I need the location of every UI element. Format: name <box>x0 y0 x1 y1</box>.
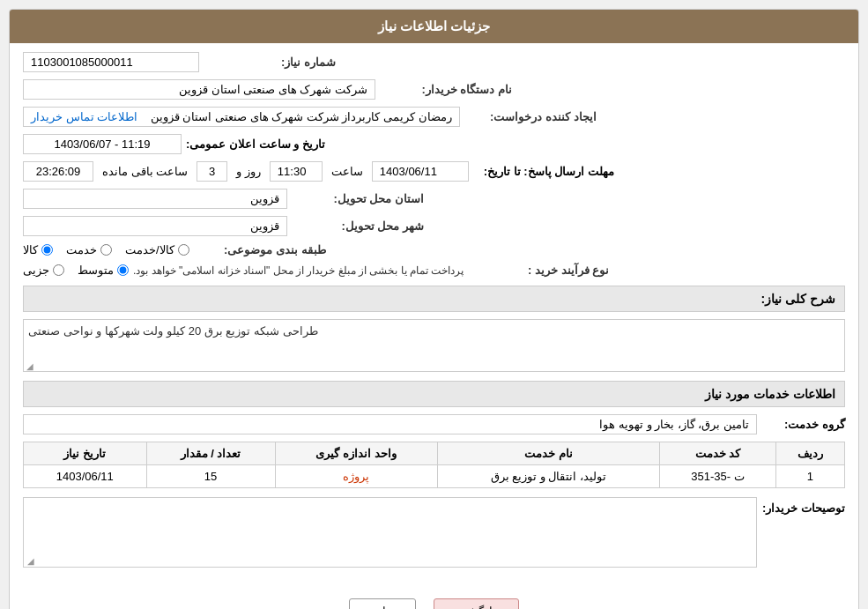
remaining-time: 23:26:09 <box>23 161 93 182</box>
delivery-city-row: شهر محل تحویل: قزوین <box>23 216 845 236</box>
table-header-row: ردیف کد خدمت نام خدمت واحد اندازه گیری ت… <box>24 442 845 465</box>
buyer-notes-label: توصیحات خریدار: <box>757 497 845 515</box>
delivery-province-label: استان محل تحویل: <box>287 192 428 205</box>
general-desc-text: طراحی شبکه توزیع برق 20 کیلو ولت شهرکها … <box>28 324 318 338</box>
days-value: 3 <box>197 161 227 182</box>
delivery-province-row: استان محل تحویل: قزوین <box>23 189 845 209</box>
general-desc-box: طراحی شبکه توزیع برق 20 کیلو ولت شهرکها … <box>23 319 845 372</box>
col-date: تاریخ نیاز <box>24 442 147 465</box>
purchase-type-jozi: جزیی <box>23 264 64 277</box>
need-number-value: 1103001085000011 <box>23 52 199 72</box>
purchase-type-note: پرداخت تمام یا بخشی از مبلغ خریدار از مح… <box>133 264 464 277</box>
category-label: طبقه بندی موضوعی: <box>189 243 330 256</box>
days-label: روز و <box>232 165 265 178</box>
announce-date-value: 1403/06/07 - 11:19 <box>23 134 182 154</box>
category-label-kala[interactable]: کالا <box>23 243 38 256</box>
purchase-label-jozi[interactable]: جزیی <box>23 264 49 277</box>
cell-unit: پروژه <box>275 465 437 488</box>
purchase-radio-mutawaset[interactable] <box>117 264 129 276</box>
category-option-kala: کالا <box>23 243 53 256</box>
contact-link[interactable]: اطلاعات تماس خریدار <box>31 110 137 123</box>
general-desc-section-header: شرح کلی نیاز: <box>23 286 845 312</box>
deadline-time-label: ساعت <box>327 165 367 178</box>
service-group-row: گروه خدمت: تامین برق، گاز، بخار و تهویه … <box>23 414 845 434</box>
cell-date: 1403/06/11 <box>24 465 147 488</box>
cell-quantity: 15 <box>146 465 275 488</box>
category-label-khadmat[interactable]: خدمت <box>66 243 97 256</box>
purchase-type-label: نوع فرآیند خرید : <box>472 264 613 277</box>
creator-row: ایجاد کننده درخواست: رمضان کریمی کاربردا… <box>23 107 845 127</box>
category-option-khadmat-kala: کالا/خدمت <box>125 243 189 256</box>
cell-name: تولید، انتقال و توزیع برق <box>437 465 659 488</box>
need-number-row: شماره نیاز: 1103001085000011 <box>23 52 845 72</box>
purchase-type-mutawaset: متوسط <box>78 264 129 277</box>
services-section-header: اطلاعات خدمات مورد نیاز <box>23 381 845 407</box>
service-group-value: تامین برق، گاز، بخار و تهویه هوا <box>23 414 757 434</box>
col-quantity: تعداد / مقدار <box>146 442 275 465</box>
category-radio-group: کالا/خدمت خدمت کالا <box>23 243 189 256</box>
buyer-notes-box: ◢ <box>23 497 757 568</box>
delivery-province-value: قزوین <box>23 189 287 209</box>
purchase-radio-jozi[interactable] <box>53 264 64 276</box>
purchase-type-radio-group: متوسط جزیی <box>23 264 129 277</box>
delivery-city-label: شهر محل تحویل: <box>287 219 428 233</box>
category-option-khadmat: خدمت <box>66 243 112 256</box>
col-code: کد خدمت <box>660 442 776 465</box>
page-title: جزئیات اطلاعات نیاز <box>10 10 858 43</box>
back-button[interactable]: بازگشت <box>434 598 519 609</box>
creator-label: ایجاد کننده درخواست: <box>460 110 601 123</box>
category-radio-kala[interactable] <box>41 244 53 256</box>
purchase-label-mutawaset[interactable]: متوسط <box>78 264 114 277</box>
category-radio-khadmat-kala[interactable] <box>178 244 189 256</box>
purchase-type-row: نوع فرآیند خرید : پرداخت تمام یا بخشی از… <box>23 264 845 277</box>
deadline-row: مهلت ارسال پاسخ: تا تاریخ: 1403/06/11 سا… <box>23 161 845 182</box>
cell-code: ت -35-351 <box>660 465 776 488</box>
category-label-khadmat-kala[interactable]: کالا/خدمت <box>125 243 174 256</box>
footer-buttons: بازگشت چاپ <box>10 585 858 609</box>
need-number-label: شماره نیاز: <box>199 56 340 69</box>
resize-icon: ◢ <box>25 361 33 370</box>
main-card: جزئیات اطلاعات نیاز شماره نیاز: 11030010… <box>9 9 859 609</box>
buyer-org-row: نام دستگاه خریدار: شرکت شهرک های صنعتی ا… <box>23 79 845 100</box>
card-body: شماره نیاز: 1103001085000011 نام دستگاه … <box>10 43 858 585</box>
buyer-org-label: نام دستگاه خریدار: <box>375 83 516 96</box>
category-row: طبقه بندی موضوعی: کالا/خدمت خدمت کالا <box>23 243 845 256</box>
remaining-time-label: ساعت باقی مانده <box>98 165 192 178</box>
col-unit: واحد اندازه گیری <box>275 442 437 465</box>
services-table: ردیف کد خدمت نام خدمت واحد اندازه گیری ت… <box>23 442 845 488</box>
deadline-time: 11:30 <box>270 161 323 182</box>
general-desc-wrapper: طراحی شبکه توزیع برق 20 کیلو ولت شهرکها … <box>23 319 845 372</box>
buyer-notes-row: توصیحات خریدار: ◢ <box>23 497 845 568</box>
table-row: 1 ت -35-351 تولید، انتقال و توزیع برق پر… <box>24 465 845 488</box>
service-group-label: گروه خدمت: <box>757 418 845 431</box>
print-button[interactable]: چاپ <box>349 598 416 609</box>
creator-value: رمضان کریمی کاربرداز شرکت شهرک های صنعتی… <box>23 107 460 127</box>
deadline-date: 1403/06/11 <box>372 161 469 182</box>
category-radio-khadmat[interactable] <box>100 244 112 256</box>
delivery-city-value: قزوین <box>23 216 287 236</box>
buyer-org-value: شرکت شهرک های صنعتی استان قزوین <box>23 79 375 100</box>
announce-date-label: تاریخ و ساعت اعلان عمومی: <box>186 137 330 151</box>
page-wrapper: جزئیات اطلاعات نیاز شماره نیاز: 11030010… <box>0 0 868 609</box>
deadline-label: مهلت ارسال پاسخ: تا تاریخ: <box>473 165 614 178</box>
col-row: ردیف <box>775 442 844 465</box>
buyer-notes-resize-icon: ◢ <box>26 556 34 565</box>
cell-row: 1 <box>775 465 844 488</box>
col-name: نام خدمت <box>437 442 659 465</box>
announce-date-row: تاریخ و ساعت اعلان عمومی: 1403/06/07 - 1… <box>23 134 845 154</box>
